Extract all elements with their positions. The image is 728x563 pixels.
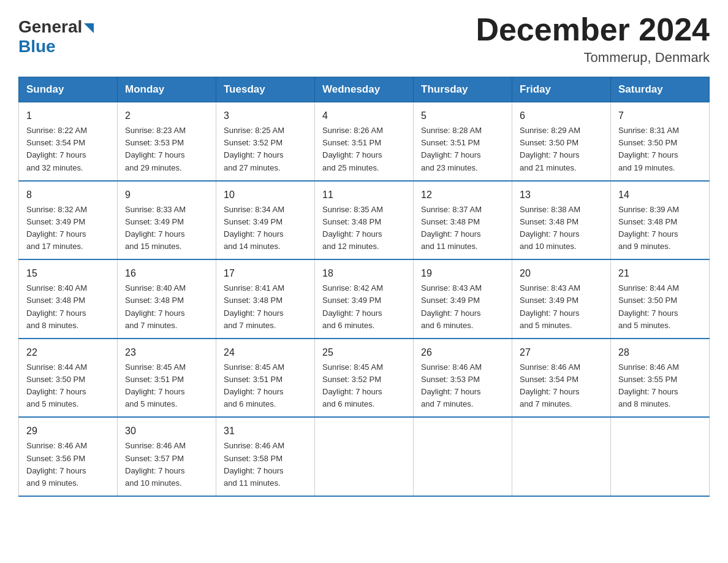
- calendar-day-cell: 15 Sunrise: 8:40 AM Sunset: 3:48 PM Dayl…: [19, 259, 118, 339]
- location-subtitle: Tommerup, Denmark: [476, 50, 710, 66]
- day-number: 11: [322, 188, 406, 202]
- calendar-week-row: 15 Sunrise: 8:40 AM Sunset: 3:48 PM Dayl…: [19, 259, 710, 339]
- day-number: 27: [520, 345, 603, 360]
- logo-text-blue: Blue: [18, 37, 56, 56]
- calendar-day-cell: 29 Sunrise: 8:46 AM Sunset: 3:56 PM Dayl…: [19, 417, 118, 496]
- calendar-day-cell: 20 Sunrise: 8:43 AM Sunset: 3:49 PM Dayl…: [512, 259, 611, 339]
- calendar-day-cell: 18 Sunrise: 8:42 AM Sunset: 3:49 PM Dayl…: [315, 259, 414, 339]
- calendar-week-row: 1 Sunrise: 8:22 AM Sunset: 3:54 PM Dayli…: [19, 102, 710, 181]
- day-info: Sunrise: 8:33 AM Sunset: 3:49 PM Dayligh…: [125, 204, 208, 253]
- calendar-day-cell: 14 Sunrise: 8:39 AM Sunset: 3:48 PM Dayl…: [611, 181, 710, 260]
- calendar-day-cell: 1 Sunrise: 8:22 AM Sunset: 3:54 PM Dayli…: [19, 102, 118, 181]
- day-number: 30: [125, 424, 208, 439]
- calendar-day-cell: 2 Sunrise: 8:23 AM Sunset: 3:53 PM Dayli…: [118, 102, 216, 181]
- day-info: Sunrise: 8:45 AM Sunset: 3:52 PM Dayligh…: [322, 361, 406, 411]
- day-info: Sunrise: 8:43 AM Sunset: 3:49 PM Dayligh…: [421, 282, 504, 332]
- day-info: Sunrise: 8:34 AM Sunset: 3:49 PM Dayligh…: [224, 204, 307, 253]
- day-info: Sunrise: 8:38 AM Sunset: 3:48 PM Dayligh…: [520, 204, 603, 253]
- day-number: 31: [224, 424, 307, 439]
- day-info: Sunrise: 8:44 AM Sunset: 3:50 PM Dayligh…: [26, 361, 110, 411]
- day-number: 19: [421, 266, 504, 281]
- day-number: 5: [421, 109, 504, 123]
- day-info: Sunrise: 8:35 AM Sunset: 3:48 PM Dayligh…: [322, 204, 406, 253]
- day-info: Sunrise: 8:22 AM Sunset: 3:54 PM Dayligh…: [26, 124, 110, 174]
- day-number: 25: [322, 345, 406, 360]
- calendar-day-cell: 13 Sunrise: 8:38 AM Sunset: 3:48 PM Dayl…: [512, 181, 611, 260]
- day-info: Sunrise: 8:26 AM Sunset: 3:51 PM Dayligh…: [322, 124, 406, 174]
- day-number: 20: [520, 266, 603, 281]
- day-info: Sunrise: 8:46 AM Sunset: 3:53 PM Dayligh…: [421, 361, 504, 411]
- calendar-day-cell: 5 Sunrise: 8:28 AM Sunset: 3:51 PM Dayli…: [414, 102, 512, 181]
- calendar-day-cell: 19 Sunrise: 8:43 AM Sunset: 3:49 PM Dayl…: [414, 259, 512, 339]
- day-info: Sunrise: 8:46 AM Sunset: 3:56 PM Dayligh…: [26, 440, 110, 489]
- calendar-table: Sunday Monday Tuesday Wednesday Thursday…: [18, 77, 710, 497]
- calendar-day-cell: 6 Sunrise: 8:29 AM Sunset: 3:50 PM Dayli…: [512, 102, 611, 181]
- day-number: 21: [618, 266, 702, 281]
- calendar-day-cell: 3 Sunrise: 8:25 AM Sunset: 3:52 PM Dayli…: [216, 102, 315, 181]
- calendar-day-cell: 22 Sunrise: 8:44 AM Sunset: 3:50 PM Dayl…: [19, 339, 118, 418]
- calendar-day-cell: 16 Sunrise: 8:40 AM Sunset: 3:48 PM Dayl…: [118, 259, 216, 339]
- day-number: 17: [224, 266, 307, 281]
- day-number: 22: [26, 345, 110, 360]
- day-info: Sunrise: 8:43 AM Sunset: 3:49 PM Dayligh…: [520, 282, 603, 332]
- day-info: Sunrise: 8:40 AM Sunset: 3:48 PM Dayligh…: [125, 282, 208, 332]
- day-number: 1: [26, 109, 110, 123]
- day-number: 12: [421, 188, 504, 202]
- day-info: Sunrise: 8:39 AM Sunset: 3:48 PM Dayligh…: [618, 204, 702, 253]
- calendar-day-cell: 11 Sunrise: 8:35 AM Sunset: 3:48 PM Dayl…: [315, 181, 414, 260]
- calendar-day-cell: 28 Sunrise: 8:46 AM Sunset: 3:55 PM Dayl…: [611, 339, 710, 418]
- header-friday: Friday: [512, 77, 611, 102]
- calendar-week-row: 29 Sunrise: 8:46 AM Sunset: 3:56 PM Dayl…: [19, 417, 710, 496]
- calendar-day-cell: 4 Sunrise: 8:26 AM Sunset: 3:51 PM Dayli…: [315, 102, 414, 181]
- calendar-day-cell: [611, 417, 710, 496]
- day-info: Sunrise: 8:32 AM Sunset: 3:49 PM Dayligh…: [26, 204, 110, 253]
- calendar-day-cell: 26 Sunrise: 8:46 AM Sunset: 3:53 PM Dayl…: [414, 339, 512, 418]
- day-info: Sunrise: 8:45 AM Sunset: 3:51 PM Dayligh…: [125, 361, 208, 411]
- day-info: Sunrise: 8:37 AM Sunset: 3:48 PM Dayligh…: [421, 204, 504, 253]
- day-number: 7: [618, 109, 702, 123]
- day-number: 9: [125, 188, 208, 202]
- day-number: 15: [26, 266, 110, 281]
- day-info: Sunrise: 8:46 AM Sunset: 3:55 PM Dayligh…: [618, 361, 702, 411]
- day-number: 13: [520, 188, 603, 202]
- calendar-week-row: 22 Sunrise: 8:44 AM Sunset: 3:50 PM Dayl…: [19, 339, 710, 418]
- day-info: Sunrise: 8:40 AM Sunset: 3:48 PM Dayligh…: [26, 282, 110, 332]
- day-number: 3: [224, 109, 307, 123]
- header-tuesday: Tuesday: [216, 77, 315, 102]
- day-info: Sunrise: 8:31 AM Sunset: 3:50 PM Dayligh…: [618, 124, 702, 174]
- header-thursday: Thursday: [414, 77, 512, 102]
- calendar-day-cell: 25 Sunrise: 8:45 AM Sunset: 3:52 PM Dayl…: [315, 339, 414, 418]
- calendar-day-cell: 7 Sunrise: 8:31 AM Sunset: 3:50 PM Dayli…: [611, 102, 710, 181]
- calendar-day-cell: 17 Sunrise: 8:41 AM Sunset: 3:48 PM Dayl…: [216, 259, 315, 339]
- calendar-day-cell: 10 Sunrise: 8:34 AM Sunset: 3:49 PM Dayl…: [216, 181, 315, 260]
- header-monday: Monday: [118, 77, 216, 102]
- month-year-title: December 2024: [476, 12, 710, 47]
- day-number: 2: [125, 109, 208, 123]
- weekday-header-row: Sunday Monday Tuesday Wednesday Thursday…: [19, 77, 710, 102]
- day-number: 26: [421, 345, 504, 360]
- calendar-day-cell: 23 Sunrise: 8:45 AM Sunset: 3:51 PM Dayl…: [118, 339, 216, 418]
- day-number: 16: [125, 266, 208, 281]
- calendar-day-cell: 27 Sunrise: 8:46 AM Sunset: 3:54 PM Dayl…: [512, 339, 611, 418]
- day-number: 23: [125, 345, 208, 360]
- header-saturday: Saturday: [611, 77, 710, 102]
- day-info: Sunrise: 8:46 AM Sunset: 3:57 PM Dayligh…: [125, 440, 208, 489]
- calendar-day-cell: 9 Sunrise: 8:33 AM Sunset: 3:49 PM Dayli…: [118, 181, 216, 260]
- day-info: Sunrise: 8:23 AM Sunset: 3:53 PM Dayligh…: [125, 124, 208, 174]
- calendar-day-cell: 21 Sunrise: 8:44 AM Sunset: 3:50 PM Dayl…: [611, 259, 710, 339]
- day-number: 14: [618, 188, 702, 202]
- day-number: 4: [322, 109, 406, 123]
- calendar-week-row: 8 Sunrise: 8:32 AM Sunset: 3:49 PM Dayli…: [19, 181, 710, 260]
- day-info: Sunrise: 8:29 AM Sunset: 3:50 PM Dayligh…: [520, 124, 603, 174]
- calendar-day-cell: 8 Sunrise: 8:32 AM Sunset: 3:49 PM Dayli…: [19, 181, 118, 260]
- calendar-day-cell: 30 Sunrise: 8:46 AM Sunset: 3:57 PM Dayl…: [118, 417, 216, 496]
- day-number: 10: [224, 188, 307, 202]
- calendar-day-cell: [414, 417, 512, 496]
- day-info: Sunrise: 8:42 AM Sunset: 3:49 PM Dayligh…: [322, 282, 406, 332]
- day-info: Sunrise: 8:25 AM Sunset: 3:52 PM Dayligh…: [224, 124, 307, 174]
- day-number: 8: [26, 188, 110, 202]
- calendar-day-cell: 31 Sunrise: 8:46 AM Sunset: 3:58 PM Dayl…: [216, 417, 315, 496]
- logo-text-general: General: [18, 17, 82, 37]
- day-number: 29: [26, 424, 110, 439]
- logo-chevron-icon: [84, 23, 94, 33]
